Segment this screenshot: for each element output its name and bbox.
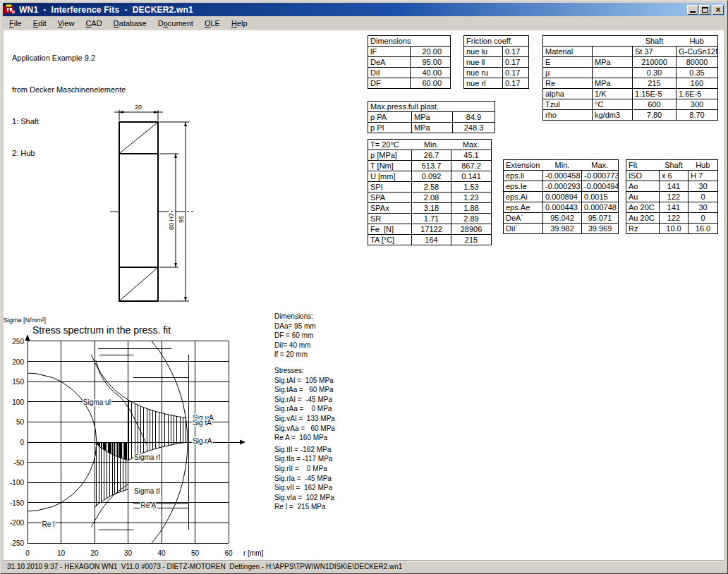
- row-label: p [MPa]: [368, 150, 412, 161]
- column-header: Max.: [451, 140, 492, 150]
- row-label: Rz: [626, 224, 660, 234]
- cell-value: 7.80: [633, 110, 677, 121]
- row-label: Au 20C: [626, 213, 660, 224]
- table-row: nue lu0.17: [464, 47, 529, 57]
- y-tick-label: -50: [14, 459, 25, 467]
- menu-item-edit[interactable]: Edit: [28, 18, 52, 30]
- table-row: eps.Ie-0.000293-0.000494: [504, 181, 619, 192]
- menu-item-file[interactable]: File: [4, 18, 28, 30]
- cell-value: 215: [451, 235, 492, 245]
- cell-value: 164: [412, 235, 451, 245]
- cell-value: 0.000894: [543, 192, 582, 202]
- table-title: Max.press.full.plast.: [368, 102, 495, 112]
- curve-label: Sigma rI: [134, 453, 160, 461]
- app-window: WN1 - Interference Fits - DECKER2.wn1 × …: [0, 0, 728, 574]
- cell-value: 0.0015: [582, 192, 619, 202]
- cell-value: 26.7: [412, 150, 451, 161]
- x-tick-label: 10: [57, 549, 66, 557]
- note-line: lf = 20 mm: [274, 350, 335, 360]
- cell-value: 160: [677, 78, 718, 89]
- table-row: rhokg/dm37.808.70: [543, 110, 718, 121]
- row-label: DiI: [368, 68, 411, 78]
- y-tick-label: -200: [10, 519, 24, 527]
- cell-value: 141: [660, 202, 688, 213]
- outer-dimension-label: 95: [178, 216, 185, 223]
- cell-value: [593, 47, 633, 57]
- note-line: DF = 60 mm: [274, 331, 335, 341]
- table-row: TA [°C]164215: [368, 235, 492, 245]
- table-row: p PIMPa248.3: [368, 123, 495, 133]
- cell-value: 0.35: [677, 68, 718, 78]
- cell-value: -0.000293: [543, 181, 582, 192]
- cell-value: 0.17: [503, 57, 529, 68]
- maximize-button[interactable]: [699, 5, 710, 15]
- cell-value: 95.071: [582, 213, 619, 224]
- menu-item-view[interactable]: View: [52, 18, 80, 30]
- cell-value: H 7: [688, 171, 718, 181]
- table-row: Ao14130: [626, 181, 718, 192]
- cell-value: St 37: [633, 47, 677, 57]
- row-label: nue ru: [464, 68, 503, 78]
- menu-item-cad[interactable]: CAD: [80, 18, 107, 30]
- cell-value: -0.000773: [582, 171, 619, 181]
- cell-value: -0.000458: [543, 171, 582, 181]
- note-line: Sig.rII = 0 MPa: [274, 464, 335, 474]
- cell-value: 0.17: [503, 78, 529, 89]
- row-label: Re: [543, 78, 593, 89]
- title-bar[interactable]: WN1 - Interference Fits - DECKER2.wn1 ×: [3, 3, 725, 16]
- table-row: DeA´95.04295.071: [504, 213, 619, 224]
- table-row: MaterialSt 37G-CuSn12Ni: [543, 47, 718, 57]
- cell-value: 0.141: [451, 171, 492, 182]
- table-row: Rz10.016.0: [626, 224, 718, 234]
- y-tick-label: 250: [12, 338, 24, 346]
- table-row: T [Nm]513.7867.2: [368, 161, 492, 171]
- column-header: [543, 36, 593, 47]
- row-label: T [Nm]: [368, 161, 412, 171]
- row-label: DF: [368, 78, 411, 89]
- cell-value: 1.53: [451, 182, 492, 193]
- note-line: Sig.vAa = 60 MPa: [274, 424, 335, 434]
- table-row: U [mm]0.0920.141: [368, 171, 492, 182]
- row-label: eps.Ai: [504, 192, 543, 202]
- app-icon: [4, 4, 16, 15]
- column-header: Min.: [543, 160, 582, 171]
- row-label: nue lu: [464, 47, 503, 57]
- y-tick-label: 200: [12, 358, 24, 366]
- notes-dimensions-title: Dimensions:: [274, 312, 335, 322]
- row-label: Tzul: [543, 99, 593, 110]
- cell-value: 20.00: [411, 47, 451, 57]
- chart-notes: Dimensions:DAa= 95 mmDF = 60 mmDiI= 40 m…: [274, 312, 335, 512]
- cell-value: 60.00: [411, 78, 451, 89]
- table-row: eps.Ai0.0008940.0015: [504, 192, 619, 202]
- row-label: DeA: [368, 57, 411, 68]
- cell-value: 0.30: [633, 68, 677, 78]
- menu-item-help[interactable]: Help: [226, 18, 253, 30]
- row-label: SR: [368, 214, 412, 224]
- row-label: Fe [N]: [368, 224, 412, 235]
- material-table: ShaftHubMaterialSt 37G-CuSn12NiEMPa21000…: [542, 35, 718, 121]
- note-line: Sig.rIa = -45 MPa: [274, 474, 335, 484]
- cell-value: 0: [688, 192, 718, 202]
- extension-table: ExtensionMin.Max.eps.Ii-0.000458-0.00077…: [503, 159, 619, 234]
- menu-item-document[interactable]: Document: [152, 18, 199, 30]
- cell-value: 1/K: [593, 89, 633, 99]
- cell-value: 600: [633, 99, 677, 110]
- menu-item-ole[interactable]: OLE: [199, 18, 226, 30]
- cell-value: 210000: [633, 57, 677, 68]
- header-line: Application Example 9.2: [12, 53, 126, 63]
- cell-value: MPa: [593, 78, 633, 89]
- cell-value: 3.18: [412, 203, 451, 214]
- minimize-button[interactable]: [687, 5, 698, 15]
- note-line: Re A = 160 MPa: [274, 433, 335, 443]
- fit-table: FitShaftHubISOx 6H 7Ao14130Au1220Ao 20C1…: [626, 159, 718, 234]
- menu-item-database[interactable]: Database: [108, 18, 152, 30]
- table-row: eps.Ae0.0004430.000748: [504, 202, 619, 213]
- cell-value: °C: [593, 99, 633, 110]
- cell-value: [593, 68, 633, 78]
- table-row: Au1220: [626, 192, 718, 202]
- column-header: Shaft: [660, 160, 688, 171]
- stress-chart: 0102030405060250200150100500-50-100-150-…: [1, 311, 272, 561]
- note-line: Sig.vAI = 133 MPa: [274, 414, 335, 424]
- table-row: p [MPa]26.745.1: [368, 150, 492, 161]
- close-button[interactable]: ×: [712, 5, 724, 15]
